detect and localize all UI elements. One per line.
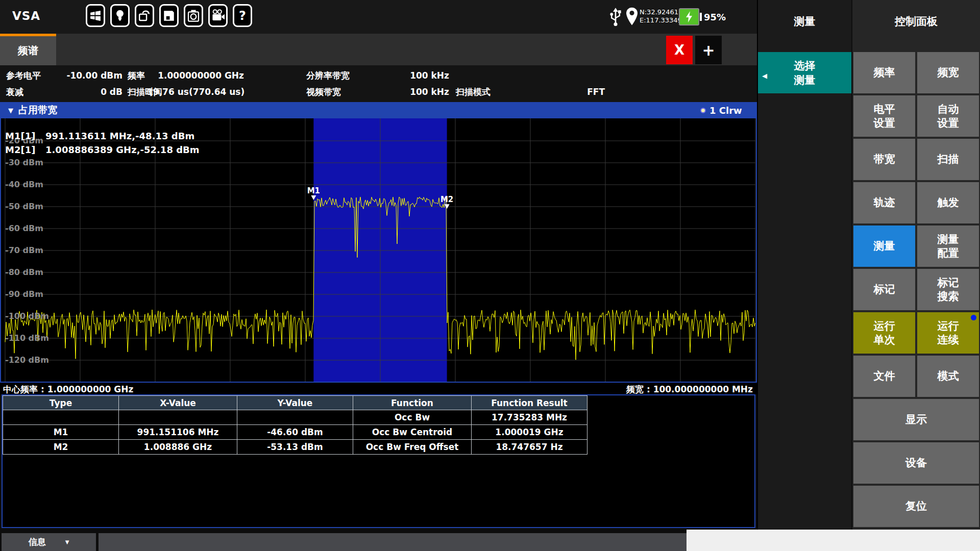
select-measurement-button[interactable]: ◀ 选择 测量 [758,52,851,93]
rbw-value[interactable]: 100 kHz [373,67,449,84]
table-cell: 991.151106 MHz [119,425,237,440]
y-axis-label: -100 dBm [5,311,49,321]
control-button-span[interactable]: 频宽 [917,52,979,93]
info-dropdown[interactable]: 信息 ▼ [2,533,96,551]
chart-title-bar[interactable]: ▼ 占用带宽 1 Clrw [0,102,757,118]
table-cell: M2 [3,440,119,455]
frequency-label: 频率 [128,67,145,84]
control-button-sweep[interactable]: 扫描 [917,139,979,180]
marker-table: TypeX-ValueY-ValueFunctionFunction Resul… [3,395,587,455]
attenuation-label: 衰减 [6,84,23,100]
table-cell: 1.008886 GHz [119,440,237,455]
save-icon[interactable] [159,4,179,27]
table-cell [3,410,119,425]
attenuation-value[interactable]: 0 dB [46,84,122,100]
control-button-frequency[interactable]: 频率 [853,52,915,93]
sweep-mode-label: 扫描模式 [456,84,491,100]
battery-percent: 95% [704,12,726,22]
marker-label-M2[interactable]: M2 [440,195,453,204]
bottom-right-spacer [687,530,980,551]
windows-icon[interactable] [86,4,105,27]
tab-spectrum[interactable]: 频谱 [0,34,56,65]
frequency-value[interactable]: 1.000000000 GHz [147,67,244,84]
parameter-row-1: 参考电平 -10.00 dBm 频率 1.000000000 GHz 分辨率带宽… [0,67,757,84]
y-axis-label: -120 dBm [5,355,49,365]
table-cell: -46.60 dBm [237,425,353,440]
control-button-bandwidth[interactable]: 带宽 [853,139,915,180]
span-readout: 频宽 : 100.000000000 MHz [626,384,753,395]
control-button-trace[interactable]: 轨迹 [853,182,915,223]
spectrum-plot[interactable]: M1M2 -20 dBm-30 dBm-40 dBm-50 dBm-60 dBm… [0,118,757,383]
table-cell [237,410,353,425]
table-header: Function Result [472,396,587,410]
record-icon[interactable] [208,4,228,27]
trace-badge[interactable]: 1 Clrw [700,102,742,118]
control-button-trigger[interactable]: 触发 [917,182,979,223]
ref-level-value[interactable]: -10.00 dBm [46,67,122,84]
table-header: Y-Value [237,396,353,410]
control-button-measure[interactable]: 测量 [853,226,915,267]
control-button-marker-search[interactable]: 标记 搜索 [917,269,979,310]
control-button-run-continuous[interactable]: 运行 连续 [917,312,979,354]
table-cell: Occ Bw Centroid [353,425,472,440]
table-row: M1991.151106 MHz-46.60 dBmOcc Bw Centroi… [3,425,587,440]
marker-table-panel: TypeX-ValueY-ValueFunctionFunction Resul… [2,394,755,528]
marker-label-M1[interactable]: M1 [307,186,320,195]
table-header: Type [3,396,119,410]
y-axis-label: -60 dBm [5,223,43,233]
parameter-panel: 参考电平 -10.00 dBm 频率 1.000000000 GHz 分辨率带宽… [0,65,757,102]
plus-icon: + [702,41,715,59]
table-cell: Occ Bw Freq Offset [353,440,472,455]
help-icon[interactable]: ? [233,4,252,27]
close-tab-button[interactable]: X [666,36,693,64]
table-cell: M1 [3,425,119,440]
control-button-reset[interactable]: 复位 [853,486,979,527]
table-cell: 17.735283 MHz [472,410,587,425]
close-icon: X [674,42,684,58]
ref-level-label: 参考电平 [6,67,41,84]
status-message-area [99,533,687,551]
vbw-label: 视频带宽 [306,84,341,100]
battery-indicator: 95% [679,8,726,26]
tab-label: 频谱 [18,44,38,58]
vsa-app-window: VSA ? N:32.924611 E:117.333492 [0,0,980,551]
add-tab-button[interactable]: + [695,36,722,64]
control-button-mode[interactable]: 模式 [917,356,979,397]
marker1-name: M1[1] [5,131,45,141]
marker1-readout: M1[1] 991.113611 MHz,-48.13 dBm [5,131,194,141]
usb-icon [608,7,623,29]
marker2-value: 1.008886389 GHz,-52.18 dBm [45,144,200,155]
marker1-value: 991.113611 MHz,-48.13 dBm [45,131,194,141]
sweep-time-value[interactable]: 19.76 us(770.64 us) [147,84,244,100]
tab-bar [0,34,757,65]
table-row: Occ Bw17.735283 MHz [3,410,587,425]
trace-badge-label: 1 Clrw [709,105,742,116]
app-logo: VSA [12,9,40,22]
bulb-icon[interactable] [110,4,130,27]
control-button-marker[interactable]: 标记 [853,269,915,310]
control-button-device[interactable]: 设备 [853,442,979,484]
table-cell: Occ Bw [353,410,472,425]
y-axis-label: -90 dBm [5,289,43,299]
measurement-panel: 测量 ◀ 选择 测量 [758,0,851,530]
rbw-label: 分辨率带宽 [306,67,350,84]
control-button-file[interactable]: 文件 [853,356,915,397]
control-button-display[interactable]: 显示 [853,399,979,440]
table-cell: 1.000019 GHz [472,425,587,440]
collapse-caret-icon[interactable]: ▼ [8,107,13,114]
toolbar: ? [86,4,252,27]
control-button-run-single[interactable]: 运行 单次 [853,312,915,354]
parameter-row-2: 衰减 0 dB 扫描时间 19.76 us(770.64 us) 视频带宽 10… [0,84,757,100]
control-button-measure-config[interactable]: 测量 配置 [917,226,979,267]
chevron-left-icon: ◀ [762,69,767,83]
y-axis-label: -110 dBm [5,333,49,343]
control-button-level-setup[interactable]: 电平 设置 [853,95,915,137]
open-icon[interactable] [135,4,154,27]
control-button-auto-setup[interactable]: 自动 设置 [917,95,979,137]
vbw-value[interactable]: 100 kHz [373,84,449,100]
camera-icon[interactable] [184,4,203,27]
sweep-mode-value[interactable]: FFT [513,84,605,100]
table-cell: 18.747657 Hz [472,440,587,455]
y-axis-label: -30 dBm [5,158,43,167]
center-frequency-readout: 中心频率 : 1.000000000 GHz [3,384,133,395]
